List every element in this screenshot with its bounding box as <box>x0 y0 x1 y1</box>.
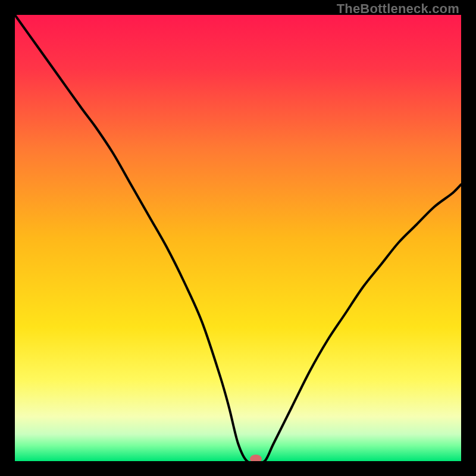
chart-frame: TheBottleneck.com <box>0 0 476 476</box>
gradient-background <box>15 15 461 461</box>
watermark-text: TheBottleneck.com <box>337 1 459 17</box>
chart-plot-area <box>15 15 461 461</box>
chart-svg <box>15 15 461 461</box>
